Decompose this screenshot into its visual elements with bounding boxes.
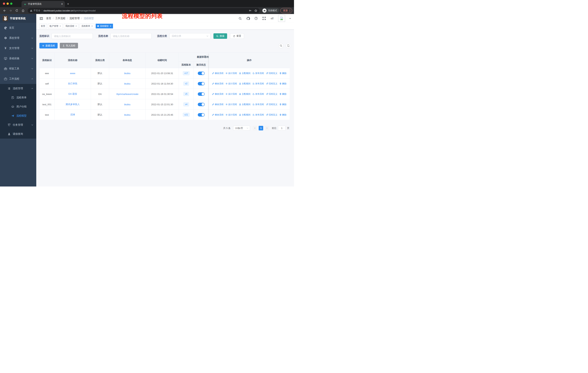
action-definition-link[interactable]: 流程定义: [266, 103, 277, 106]
avatar[interactable]: [278, 15, 285, 22]
filter-id-input[interactable]: [52, 33, 93, 39]
action-design-link[interactable]: 设计流程: [225, 113, 237, 116]
action-edit-link[interactable]: 修改流程: [212, 82, 223, 85]
action-publish-link[interactable]: 发布流程: [252, 72, 264, 75]
version-tag[interactable]: v21: [183, 113, 189, 117]
breadcrumb-home[interactable]: 首页: [46, 17, 51, 20]
active-toggle[interactable]: [198, 113, 205, 117]
close-window-button[interactable]: [3, 2, 5, 5]
prev-page-button[interactable]: [253, 126, 257, 131]
tag-home[interactable]: 首页: [39, 24, 47, 28]
action-edit-link[interactable]: 修改流程: [212, 113, 223, 116]
filter-category-select[interactable]: 流程分类: [169, 33, 210, 39]
active-toggle[interactable]: [198, 82, 205, 85]
sidebar-item-workflow[interactable]: 工作流程: [0, 74, 36, 84]
action-definition-link[interactable]: 流程定义: [266, 113, 277, 116]
action-design-link[interactable]: 设计流程: [225, 82, 237, 85]
action-assign-link[interactable]: 分配规则: [239, 113, 251, 116]
close-icon[interactable]: ✕: [59, 25, 61, 27]
fullscreen-icon[interactable]: [262, 16, 266, 20]
toggle-search-button[interactable]: [279, 43, 284, 48]
process-name-link[interactable]: OA 请假: [68, 92, 77, 96]
bookmark-star-icon[interactable]: [254, 9, 257, 12]
page-size-select[interactable]: 10条/页: [233, 126, 250, 131]
sidebar-item-process-form[interactable]: 流程表单: [0, 93, 36, 102]
action-definition-link[interactable]: 流程定义: [266, 82, 277, 85]
action-design-link[interactable]: 设计流程: [225, 72, 237, 75]
action-definition-link[interactable]: 流程定义: [266, 72, 277, 75]
breadcrumb-workflow[interactable]: 工作流程: [55, 17, 65, 20]
page-number-current[interactable]: 1: [259, 126, 263, 131]
help-icon[interactable]: [254, 16, 258, 20]
process-name-link[interactable]: 测试多审批人: [66, 103, 80, 106]
refresh-table-button[interactable]: [286, 43, 291, 48]
form-info-link[interactable]: biubiu: [124, 82, 130, 85]
action-edit-link[interactable]: 修改流程: [212, 103, 223, 106]
close-icon[interactable]: ✕: [75, 25, 77, 27]
action-assign-link[interactable]: 分配规则: [239, 92, 251, 96]
version-tag[interactable]: v4: [183, 102, 189, 107]
process-name-link[interactable]: 自己审批: [68, 82, 77, 85]
action-delete-link[interactable]: 删除: [279, 82, 286, 85]
sidebar-item-devtools[interactable]: 研发工具: [0, 64, 36, 74]
tag-process-model[interactable]: 流程模型✕: [96, 24, 113, 28]
github-icon[interactable]: [246, 16, 250, 20]
search-button[interactable]: 搜索: [213, 33, 227, 39]
action-edit-link[interactable]: 修改流程: [212, 72, 223, 75]
sidebar-item-payment[interactable]: ¥ 支付管理: [0, 43, 36, 53]
key-icon[interactable]: [249, 9, 252, 12]
search-icon[interactable]: [238, 16, 242, 20]
breadcrumb-process-manage[interactable]: 流程管理: [69, 17, 80, 20]
sidebar-item-system[interactable]: 系统管理: [0, 33, 36, 43]
process-name-link[interactable]: eeee: [70, 72, 75, 75]
active-toggle[interactable]: [198, 71, 205, 75]
close-icon[interactable]: ✕: [91, 25, 93, 27]
form-info-link[interactable]: biubiu: [124, 113, 130, 116]
sidebar-item-task-manage[interactable]: 任务管理: [0, 120, 36, 130]
tab-close-icon[interactable]: ✕: [61, 3, 63, 5]
action-publish-link[interactable]: 发布流程: [252, 82, 264, 85]
font-size-icon[interactable]: тT: [270, 16, 274, 20]
action-assign-link[interactable]: 分配规则: [239, 103, 251, 106]
version-tag[interactable]: v17: [183, 71, 189, 75]
action-edit-link[interactable]: 修改流程: [212, 92, 223, 96]
action-publish-link[interactable]: 发布流程: [252, 103, 264, 106]
sidebar-item-process-model[interactable]: 流程模型: [0, 111, 36, 120]
action-delete-link[interactable]: 删除: [279, 92, 286, 96]
tag-tenant[interactable]: 租户管理✕: [48, 24, 63, 28]
reset-button[interactable]: 重置: [230, 33, 244, 39]
action-definition-link[interactable]: 流程定义: [266, 92, 277, 96]
browser-tab[interactable]: 芋道管理系统 ✕: [21, 1, 65, 7]
browser-menu-icon[interactable]: [290, 10, 290, 12]
version-tag[interactable]: v2: [183, 81, 189, 86]
action-design-link[interactable]: 设计流程: [225, 92, 237, 96]
url-text[interactable]: dashboard.yudao.iocoder.cn/bpm/manager/m…: [43, 9, 96, 12]
next-page-button[interactable]: [265, 126, 269, 131]
close-icon[interactable]: ✕: [110, 25, 111, 27]
window-controls[interactable]: [0, 0, 15, 7]
sidebar-item-user-group[interactable]: 用户分组: [0, 102, 36, 111]
action-delete-link[interactable]: 删除: [279, 103, 286, 106]
process-name-link[interactable]: 滔博: [70, 113, 75, 116]
create-process-button[interactable]: 新建流程: [39, 43, 58, 49]
sidebar-item-infra[interactable]: 基础设施: [0, 53, 36, 64]
back-icon[interactable]: [2, 8, 7, 13]
reload-icon[interactable]: [14, 8, 19, 13]
action-assign-link[interactable]: 分配规则: [239, 82, 251, 85]
form-info-link[interactable]: /bpm/oa/leave/create: [116, 93, 138, 95]
avatar-caret-icon[interactable]: [289, 18, 291, 20]
new-tab-button[interactable]: +: [67, 2, 69, 6]
form-info-link[interactable]: biubiu: [124, 72, 130, 75]
import-process-button[interactable]: 导入流程: [60, 43, 78, 49]
form-info-link[interactable]: biubiu: [124, 103, 130, 106]
app-logo[interactable]: 芋道管理系统: [0, 14, 36, 23]
version-tag[interactable]: v5: [183, 92, 189, 96]
forward-icon[interactable]: [8, 8, 13, 13]
tag-my-process[interactable]: 我的流程✕: [64, 24, 79, 28]
filter-name-input[interactable]: [110, 33, 152, 39]
action-publish-link[interactable]: 发布流程: [252, 92, 264, 96]
home-icon[interactable]: [21, 8, 26, 13]
action-design-link[interactable]: 设计流程: [225, 103, 237, 106]
update-button[interactable]: 更新: [280, 8, 292, 13]
sidebar-item-process-manage[interactable]: 流程管理: [0, 84, 36, 93]
